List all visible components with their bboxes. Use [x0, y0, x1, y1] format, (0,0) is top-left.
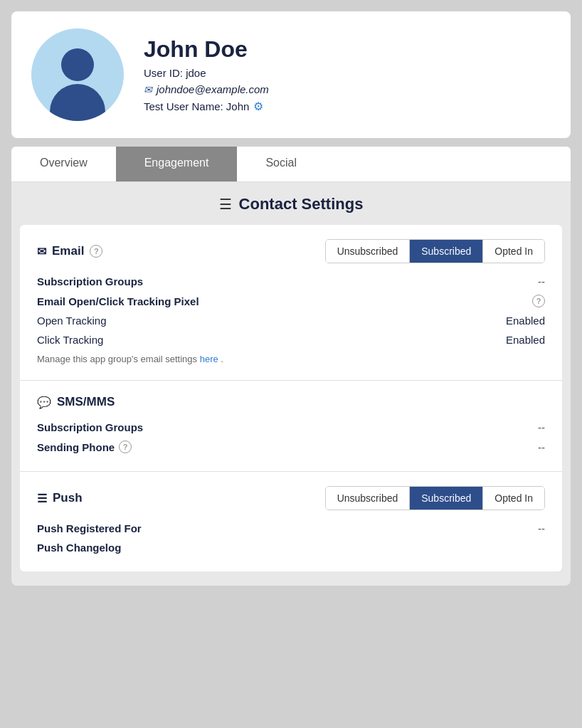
- push-toggle-group: Unsubscribed Subscribed Opted In: [325, 486, 545, 510]
- push-changelog-row: Push Changelog: [37, 538, 545, 557]
- email-label: ✉ Email ?: [37, 244, 102, 258]
- push-section: ☰ Push Unsubscribed Subscribed Opted In …: [20, 472, 562, 571]
- open-tracking-value: Enabled: [506, 315, 545, 327]
- push-registered-row: Push Registered For --: [37, 519, 545, 538]
- profile-email-row: ✉ johndoe@example.com: [144, 83, 269, 95]
- sending-phone-help-icon[interactable]: ?: [119, 441, 132, 453]
- sending-phone-label: Sending Phone: [37, 441, 115, 453]
- email-optedin-btn[interactable]: Opted In: [483, 240, 544, 263]
- gear-icon[interactable]: ⚙: [253, 100, 263, 113]
- sms-label: SMS/MMS: [57, 395, 115, 409]
- push-registered-value: --: [538, 522, 545, 534]
- click-tracking-value: Enabled: [506, 334, 545, 346]
- push-registered-label: Push Registered For: [37, 522, 142, 534]
- email-subscribed-btn[interactable]: Subscribed: [410, 240, 483, 263]
- push-header-row: ☰ Push Unsubscribed Subscribed Opted In: [37, 486, 545, 510]
- profile-info: John Doe User ID: jdoe ✉ johndoe@example…: [144, 36, 269, 113]
- email-section: ✉ Email ? Unsubscribed Subscribed Opted …: [20, 225, 562, 381]
- email-header-row: ✉ Email ? Unsubscribed Subscribed Opted …: [37, 239, 545, 263]
- sending-phone-value: --: [538, 441, 545, 453]
- sending-phone-row: Sending Phone ? --: [37, 437, 545, 457]
- tracking-pixel-row: Email Open/Click Tracking Pixel ?: [37, 291, 545, 311]
- contact-settings-title: Contact Settings: [239, 195, 364, 213]
- open-tracking-label: Open Tracking: [37, 315, 107, 327]
- sms-subscription-groups-label: Subscription Groups: [37, 421, 143, 433]
- click-tracking-label: Click Tracking: [37, 334, 103, 346]
- test-user-name-label: Test User Name: John: [144, 100, 249, 112]
- profile-userid: User ID: jdoe: [144, 67, 269, 79]
- push-optedin-btn[interactable]: Opted In: [483, 487, 544, 510]
- subscription-groups-value: --: [538, 275, 545, 287]
- inner-card: ✉ Email ? Unsubscribed Subscribed Opted …: [20, 225, 562, 571]
- sms-icon: 💬: [37, 396, 51, 409]
- contact-settings-header: ☰ Contact Settings: [11, 182, 571, 225]
- email-section-icon: ✉: [37, 245, 46, 258]
- subscription-groups-label: Subscription Groups: [37, 275, 143, 287]
- push-changelog-label: Push Changelog: [37, 542, 121, 554]
- tracking-pixel-label: Email Open/Click Tracking Pixel: [37, 295, 199, 307]
- sms-subscription-groups-value: --: [538, 421, 545, 433]
- email-icon: ✉: [144, 84, 152, 95]
- click-tracking-row: Click Tracking Enabled: [37, 330, 545, 349]
- sms-header-row: 💬 SMS/MMS: [37, 395, 545, 409]
- subscription-groups-row: Subscription Groups --: [37, 272, 545, 291]
- email-toggle-group: Unsubscribed Subscribed Opted In: [325, 239, 545, 263]
- manage-suffix: .: [221, 354, 223, 364]
- contact-settings-icon: ☰: [219, 196, 232, 213]
- open-tracking-row: Open Tracking Enabled: [37, 311, 545, 330]
- profile-card: John Doe User ID: jdoe ✉ johndoe@example…: [11, 11, 571, 138]
- push-subscribed-btn[interactable]: Subscribed: [410, 487, 483, 510]
- profile-testname: Test User Name: John ⚙: [144, 100, 269, 113]
- tab-engagement[interactable]: Engagement: [116, 147, 238, 181]
- profile-name: John Doe: [144, 36, 269, 63]
- profile-email: johndoe@example.com: [157, 83, 269, 95]
- push-unsubscribed-btn[interactable]: Unsubscribed: [326, 487, 411, 510]
- sms-section: 💬 SMS/MMS Subscription Groups -- Sending…: [20, 381, 562, 472]
- tabs-content-container: Overview Engagement Social ☰ Contact Set…: [11, 147, 571, 586]
- tracking-help-icon[interactable]: ?: [532, 295, 545, 307]
- avatar: [31, 28, 124, 121]
- sms-subscription-groups-row: Subscription Groups --: [37, 418, 545, 437]
- push-icon: ☰: [37, 492, 47, 505]
- tab-overview[interactable]: Overview: [11, 147, 116, 181]
- email-help-icon[interactable]: ?: [90, 245, 102, 258]
- email-unsubscribed-btn[interactable]: Unsubscribed: [326, 240, 411, 263]
- manage-text-label: Manage this app group's email settings: [37, 354, 197, 364]
- push-label: ☰ Push: [37, 491, 83, 505]
- tab-social[interactable]: Social: [237, 147, 325, 181]
- manage-text-row: Manage this app group's email settings h…: [37, 349, 545, 366]
- manage-here-link[interactable]: here: [200, 354, 218, 364]
- tabs-bar: Overview Engagement Social: [11, 147, 571, 182]
- content-area: ☰ Contact Settings ✉ Email ? Unsubscribe…: [11, 182, 571, 586]
